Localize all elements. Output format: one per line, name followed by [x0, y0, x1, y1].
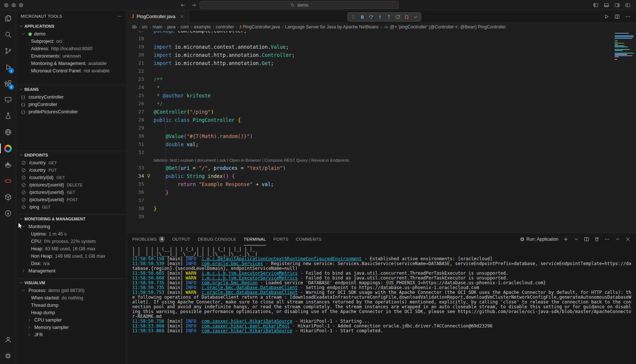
- panel-tab-comments[interactable]: COMMENTS: [296, 233, 321, 245]
- tree-item[interactable]: Disk:n/a: [16, 260, 127, 267]
- tree-item[interactable]: Memory sampler: [16, 324, 127, 331]
- grip-icon[interactable]: [349, 13, 357, 21]
- breadcrumb-item[interactable]: com: [181, 24, 189, 30]
- pause-icon[interactable]: [358, 13, 366, 21]
- ellipsis-icon[interactable]: [604, 236, 610, 242]
- layout-sidebar-right-icon[interactable]: [614, 2, 620, 8]
- step-into-icon[interactable]: [376, 13, 384, 21]
- tree-item[interactable]: {}profilePicturesController: [16, 108, 127, 116]
- back-icon[interactable]: [180, 2, 186, 8]
- tree-item[interactable]: Uptime:1 m 45 s: [16, 230, 127, 238]
- close-window-button[interactable]: [4, 3, 8, 7]
- minimap[interactable]: [612, 31, 636, 83]
- tree-item[interactable]: Monitoring: [16, 223, 127, 230]
- close-tab-icon[interactable]: [179, 14, 184, 19]
- oracle-activity-item[interactable]: [0, 173, 16, 189]
- split-editor-icon[interactable]: [584, 236, 589, 242]
- panel-tab-ports[interactable]: PORTS: [273, 233, 288, 245]
- customize-layout-icon[interactable]: [625, 2, 631, 8]
- layout-panel-icon[interactable]: [603, 2, 609, 8]
- stop-icon[interactable]: [403, 13, 410, 21]
- accounts-activity-item[interactable]: [0, 332, 16, 348]
- breadcrumb-item[interactable]: lib: [132, 24, 137, 30]
- step-over-icon[interactable]: [367, 13, 375, 21]
- tree-item[interactable]: /countryGET: [16, 159, 127, 166]
- step-out-icon[interactable]: [385, 13, 393, 21]
- micronaut-activity-item[interactable]: [0, 140, 16, 157]
- tree-item[interactable]: {}pingController: [16, 101, 127, 108]
- section-header-endpoints[interactable]: ENDPOINTS: [16, 151, 127, 159]
- tree-item[interactable]: Non Heap:149 MB used, 1 GB max: [16, 253, 127, 260]
- remote-explorer-activity-item[interactable]: [0, 92, 16, 108]
- zoom-window-button[interactable]: [19, 3, 23, 7]
- section-header-visualvm[interactable]: VISUALVM: [16, 279, 127, 287]
- section-header-monitoring-management[interactable]: MONITORING & MANAGEMENT: [16, 215, 127, 223]
- restart-icon[interactable]: [394, 13, 401, 21]
- tree-item[interactable]: Address:http://localhost:8080: [16, 45, 127, 52]
- tree-item[interactable]: JFR: [16, 331, 127, 339]
- globe-activity-item[interactable]: [0, 124, 16, 140]
- tree-item[interactable]: CPU sampler: [16, 316, 127, 324]
- tree-item[interactable]: demo: [16, 30, 127, 38]
- tree-item[interactable]: Heap:63 MB used, 16 GB max: [16, 245, 127, 253]
- forward-icon[interactable]: [191, 2, 197, 8]
- tree-item[interactable]: /country/{id}GET: [16, 174, 127, 181]
- codelens-tabnine[interactable]: tabnine: test | explain | document | ask…: [127, 157, 636, 164]
- breadcrumb-item[interactable]: Language Server for Java by Apache NetBe…: [285, 24, 379, 30]
- tree-item[interactable]: CPU:0% process, 22% system: [16, 238, 127, 245]
- panel-tab-debug-console[interactable]: DEBUG CONSOLE: [198, 233, 236, 245]
- panel-tab-problems[interactable]: PROBLEMS4: [132, 233, 165, 245]
- tree-item[interactable]: Environments:unknown: [16, 52, 127, 60]
- trash-icon[interactable]: [594, 236, 600, 242]
- more-actions-icon[interactable]: [117, 14, 122, 19]
- terminal[interactable]: | | | | | (__| | | (_) | | | | (_| | |_|…: [127, 245, 636, 364]
- breadcrumb-item[interactable]: src: [142, 24, 148, 30]
- tree-item[interactable]: When started:do nothing: [16, 294, 127, 302]
- cube-activity-item[interactable]: [0, 189, 16, 205]
- chevron-down-icon[interactable]: [411, 13, 419, 21]
- ellipsis-icon[interactable]: [625, 14, 631, 20]
- tree-item[interactable]: /countryPUT: [16, 166, 127, 174]
- tree-item[interactable]: /pingGET: [16, 203, 127, 211]
- tree-item[interactable]: {}countryController: [16, 93, 127, 101]
- section-header-beans[interactable]: BEANS: [16, 85, 127, 93]
- tree-item[interactable]: Micronaut Control Panel:not available: [16, 67, 127, 75]
- breadcrumb-item[interactable]: JPingController.java: [239, 24, 280, 30]
- panel-tab-terminal[interactable]: TERMINAL: [244, 233, 266, 245]
- circle-arrow-activity-item[interactable]: [0, 205, 16, 222]
- testing-flask-activity-item[interactable]: [0, 108, 16, 124]
- breadcrumb-item[interactable]: java: [167, 24, 175, 30]
- explorer-activity-item[interactable]: [0, 10, 16, 27]
- section-header-applications[interactable]: APPLICATIONS: [16, 22, 127, 30]
- plus-icon[interactable]: [563, 236, 569, 242]
- tab-pingcontroller-java[interactable]: J PingController.java: [127, 10, 189, 23]
- layout-sidebar-icon[interactable]: [593, 2, 599, 8]
- command-center-search[interactable]: demo: [199, 1, 399, 9]
- panel-tab-output[interactable]: OUTPUT: [172, 233, 190, 245]
- docker-activity-item[interactable]: [0, 157, 16, 173]
- tree-item[interactable]: Thread dump: [16, 302, 127, 309]
- breadcrumb-item[interactable]: controller: [216, 24, 234, 30]
- settings-gear-activity-item[interactable]: ⚙: [0, 348, 16, 364]
- tree-item[interactable]: Monitoring & Management:available: [16, 60, 127, 67]
- code-editor[interactable]: 17package com.example.controller;1819imp…: [127, 31, 636, 233]
- tree-item[interactable]: /pictures/{userId}GET: [16, 189, 127, 196]
- tree-item[interactable]: /pictures/{userId}DELETE: [16, 181, 127, 189]
- chevron-up-icon[interactable]: [615, 236, 620, 242]
- tree-item[interactable]: Heap dump: [16, 309, 127, 316]
- minimize-window-button[interactable]: [11, 3, 16, 7]
- run-icon[interactable]: [603, 14, 609, 20]
- search-activity-item[interactable]: [0, 27, 16, 43]
- breadcrumb-item[interactable]: example: [194, 24, 211, 30]
- extensions-activity-item[interactable]: 5: [0, 75, 16, 92]
- lightbulb-icon[interactable]: [146, 173, 151, 179]
- breadcrumb-item[interactable]: main: [153, 24, 162, 30]
- run-debug-activity-item[interactable]: 1: [0, 59, 16, 75]
- tree-item[interactable]: Subproject:oci: [16, 38, 127, 45]
- tree-item[interactable]: /pictures/{userId}POST: [16, 196, 127, 203]
- chevron-down-icon[interactable]: [573, 236, 579, 242]
- source-control-activity-item[interactable]: [0, 43, 16, 59]
- run-config-selector[interactable]: ⚙Run: Application: [520, 236, 558, 242]
- tree-item[interactable]: Management: [16, 267, 127, 275]
- close-icon[interactable]: [625, 236, 631, 242]
